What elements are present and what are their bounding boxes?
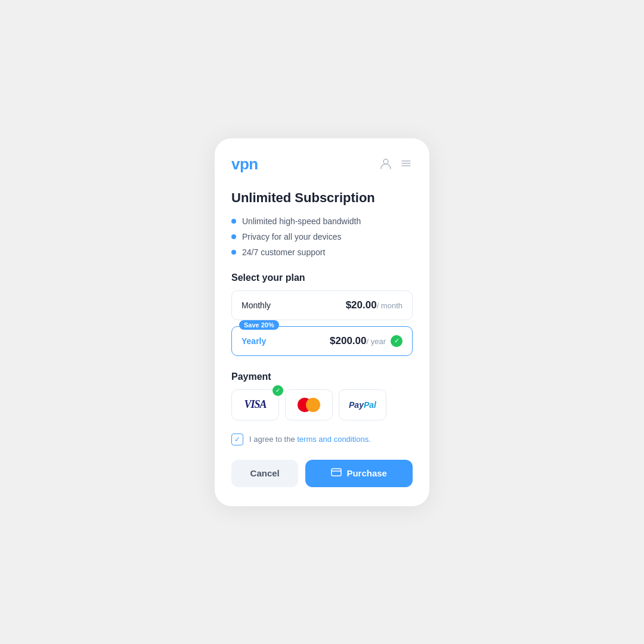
payment-paypal[interactable]: PayPal xyxy=(339,389,386,420)
feature-dot xyxy=(231,219,236,224)
purchase-button[interactable]: Purchase xyxy=(305,460,413,487)
payment-section-label: Payment xyxy=(231,371,413,382)
menu-icon[interactable] xyxy=(400,157,413,172)
feature-text: 24/7 customer support xyxy=(242,247,325,257)
checkbox-check-icon: ✓ xyxy=(234,435,240,444)
plans-container: Monthly $20.00/ month Save 20% Yearly $2… xyxy=(231,290,413,356)
paypal-logo: PayPal xyxy=(349,400,376,410)
svg-point-0 xyxy=(383,159,388,164)
profile-icon[interactable] xyxy=(379,157,392,172)
svg-rect-4 xyxy=(332,469,341,476)
payment-mastercard[interactable] xyxy=(285,389,333,420)
subscription-card: vpn Unlimited Subscription Unlimited xyxy=(215,138,429,506)
feature-item: Unlimited high-speed bandwidth xyxy=(231,216,413,226)
visa-logo: VISA xyxy=(244,398,266,411)
feature-text: Privacy for all your devices xyxy=(242,232,342,242)
mastercard-circle-right xyxy=(306,398,320,412)
feature-dot xyxy=(231,250,236,255)
terms-row: ✓ I agree to the terms and conditions. xyxy=(231,434,413,445)
plan-monthly-price: $20.00/ month xyxy=(346,299,402,311)
feature-item: 24/7 customer support xyxy=(231,247,413,257)
payment-methods-container: ✓ VISA PayPal xyxy=(231,389,413,420)
plan-yearly-price: $200.00/ year xyxy=(330,335,386,347)
plan-yearly-name: Yearly xyxy=(242,336,266,346)
payment-visa[interactable]: ✓ VISA xyxy=(231,389,279,420)
card-icon xyxy=(331,468,342,479)
cancel-button[interactable]: Cancel xyxy=(231,460,298,487)
buttons-row: Cancel Purchase xyxy=(231,460,413,487)
terms-link[interactable]: terms and conditions xyxy=(297,435,369,444)
plans-section-label: Select your plan xyxy=(231,273,413,283)
purchase-label: Purchase xyxy=(346,468,387,478)
mastercard-logo xyxy=(298,398,320,412)
plan-yearly[interactable]: Save 20% Yearly $200.00/ year ✓ xyxy=(231,326,413,356)
feature-text: Unlimited high-speed bandwidth xyxy=(242,216,361,226)
plan-selected-check: ✓ xyxy=(391,335,402,347)
save-badge: Save 20% xyxy=(239,320,279,330)
page-title: Unlimited Subscription xyxy=(231,190,413,206)
logo: vpn xyxy=(231,155,258,174)
feature-item: Privacy for all your devices xyxy=(231,232,413,242)
plan-monthly-name: Monthly xyxy=(242,301,271,310)
terms-text: I agree to the terms and conditions. xyxy=(249,435,371,444)
terms-checkbox[interactable]: ✓ xyxy=(231,434,243,445)
plan-monthly[interactable]: Monthly $20.00/ month xyxy=(231,290,413,320)
header-icons xyxy=(379,157,413,172)
payment-visa-check: ✓ xyxy=(273,385,283,396)
header: vpn xyxy=(231,155,413,174)
features-list: Unlimited high-speed bandwidth Privacy f… xyxy=(231,216,413,257)
feature-dot xyxy=(231,234,236,239)
